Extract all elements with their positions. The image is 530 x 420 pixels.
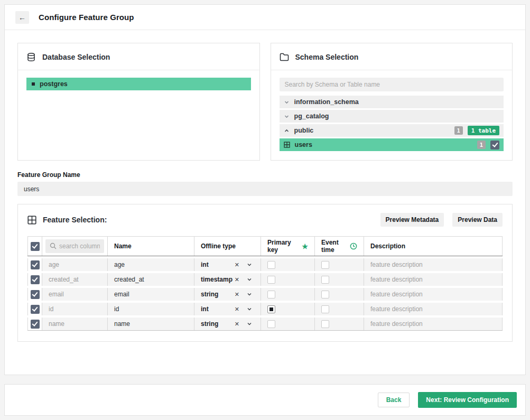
schema-row-pg-catalog[interactable]: pg_catalog: [280, 110, 504, 123]
type-value: timestamp: [201, 276, 233, 283]
page-title: Configure Feature Group: [39, 13, 134, 22]
folder-icon: [280, 53, 289, 61]
star-icon: ★: [302, 242, 308, 250]
primary-key-checkbox[interactable]: [267, 320, 275, 328]
table-label: users: [295, 141, 312, 148]
schema-search-input[interactable]: [280, 78, 504, 91]
primary-key-checkbox[interactable]: [267, 276, 275, 284]
schema-selection-panel: Schema Selection information_schema: [271, 43, 513, 161]
event-time-checkbox[interactable]: [321, 261, 329, 269]
content: Database Selection postgres Schema Sele: [5, 30, 525, 374]
chevron-down-icon[interactable]: [247, 277, 252, 282]
feature-row-age: age age int ✕: [27, 258, 503, 271]
preview-data-button[interactable]: Preview Data: [452, 213, 503, 227]
column-header-primary-key: Primary key ★: [261, 237, 315, 256]
main-card: ← Configure Feature Group Database Selec…: [4, 4, 526, 375]
count-badge: 1: [454, 126, 463, 135]
clock-icon: [350, 242, 357, 250]
database-item-postgres[interactable]: postgres: [26, 78, 251, 90]
type-value: int: [201, 261, 209, 268]
offline-type-cell: string ✕: [194, 288, 261, 301]
column-header-event-time: Event time: [315, 237, 364, 256]
back-button[interactable]: ←: [15, 11, 29, 24]
clear-icon[interactable]: ✕: [235, 321, 239, 328]
description-input[interactable]: [370, 261, 496, 268]
row-checkbox[interactable]: [31, 290, 40, 299]
primary-key-checkbox[interactable]: [267, 305, 275, 313]
column-header-offline-type: Offline type: [194, 237, 261, 256]
schema-row-information-schema[interactable]: information_schema: [280, 96, 504, 108]
schema-label: pg_catalog: [294, 113, 329, 120]
clear-icon[interactable]: ✕: [235, 276, 239, 283]
feature-selection-title: Feature Selection:: [43, 216, 107, 224]
column-header-description: Description: [364, 237, 503, 256]
table-grid-icon: [27, 216, 36, 225]
name-cell[interactable]: age: [108, 258, 194, 271]
schema-label: public: [294, 127, 314, 134]
chevron-down-icon[interactable]: [247, 321, 252, 326]
name-cell[interactable]: created_at: [108, 273, 194, 286]
source-column-cell: id: [42, 303, 108, 315]
back-arrow-icon: ←: [18, 13, 26, 22]
clear-icon[interactable]: ✕: [235, 291, 239, 298]
description-input[interactable]: [370, 305, 496, 313]
schema-row-public[interactable]: public 1 1 table: [280, 124, 504, 137]
source-column-cell: email: [42, 288, 108, 301]
chevron-down-icon[interactable]: [247, 262, 252, 267]
chevron-down-icon[interactable]: [247, 306, 252, 312]
divider: [18, 70, 259, 70]
offline-type-cell: int ✕: [194, 303, 261, 315]
clear-icon[interactable]: ✕: [235, 306, 239, 313]
description-input[interactable]: [370, 320, 496, 328]
database-selection-panel: Database Selection postgres: [17, 43, 260, 161]
offline-type-cell: string ✕: [194, 318, 261, 330]
clear-icon[interactable]: ✕: [235, 262, 239, 268]
event-time-checkbox[interactable]: [321, 305, 329, 313]
event-time-checkbox[interactable]: [321, 291, 329, 298]
table-row-users[interactable]: users 1: [280, 138, 504, 151]
type-value: string: [201, 320, 218, 328]
description-input[interactable]: [370, 276, 496, 283]
event-time-checkbox[interactable]: [321, 320, 329, 328]
footer-bar: Back Next: Review Configuration: [4, 384, 526, 416]
source-column-cell: created_at: [42, 273, 108, 286]
source-column-cell: name: [42, 318, 108, 330]
row-checkbox[interactable]: [31, 275, 40, 284]
description-input[interactable]: [370, 291, 496, 298]
row-checkbox[interactable]: [31, 320, 40, 329]
feature-table: Name Offline type Primary key ★ Event ti…: [27, 236, 503, 331]
offline-type-cell: timestamp ✕: [194, 273, 261, 286]
name-cell[interactable]: id: [108, 303, 194, 315]
type-value: int: [201, 305, 209, 313]
feature-row-created-at: created_at created_at timestamp ✕: [27, 273, 503, 286]
database-item-label: postgres: [40, 80, 68, 88]
event-time-checkbox[interactable]: [321, 276, 329, 284]
name-cell[interactable]: name: [108, 318, 194, 330]
row-checkbox[interactable]: [31, 305, 40, 314]
feature-row-email: email email string ✕: [27, 288, 503, 301]
feature-group-name-label: Feature Group Name: [17, 171, 513, 179]
database-panel-title: Database Selection: [42, 53, 110, 61]
chevron-down-icon: [284, 114, 290, 119]
chevron-down-icon[interactable]: [247, 292, 252, 297]
feature-selection-panel: Feature Selection: Preview Metadata Prev…: [17, 204, 513, 342]
column-header-name: Name: [108, 237, 194, 256]
app-header: ← Configure Feature Group: [5, 5, 525, 30]
preview-metadata-button[interactable]: Preview Metadata: [380, 213, 444, 227]
primary-key-checkbox[interactable]: [267, 261, 275, 269]
next-review-configuration-button[interactable]: Next: Review Configuration: [418, 392, 517, 408]
feature-table-header: Name Offline type Primary key ★ Event ti…: [27, 236, 503, 256]
count-badge: 1: [477, 141, 486, 149]
source-column-cell: age: [42, 258, 108, 271]
select-all-checkbox[interactable]: [31, 242, 40, 251]
table-count-badge: 1 table: [468, 126, 499, 135]
feature-group-name-input[interactable]: [17, 182, 513, 196]
chevron-up-icon: [284, 128, 290, 134]
footer-back-button[interactable]: Back: [378, 393, 410, 407]
users-checkbox[interactable]: [490, 141, 499, 150]
offline-type-cell: int ✕: [194, 258, 261, 271]
name-cell[interactable]: email: [108, 288, 194, 301]
row-checkbox[interactable]: [31, 260, 40, 269]
primary-key-checkbox[interactable]: [267, 291, 275, 298]
feature-row-name: name name string ✕: [27, 318, 503, 330]
